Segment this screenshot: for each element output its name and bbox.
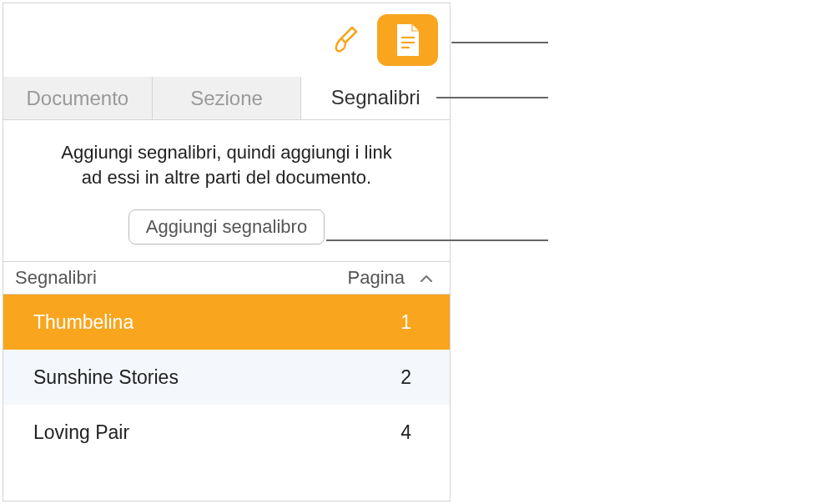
tab-content: Aggiungi segnalibri, quindi aggiungi i l…: [3, 120, 450, 244]
tab-label: Segnalibri: [331, 86, 421, 109]
toolbar: [3, 3, 450, 77]
document-icon: [394, 23, 422, 58]
help-text: Aggiungi segnalibri, quindi aggiungi i l…: [18, 140, 435, 189]
bookmark-page: 2: [400, 366, 420, 389]
format-button[interactable]: [329, 23, 364, 58]
document-settings-button[interactable]: [377, 14, 438, 66]
add-bookmark-button[interactable]: Aggiungi segnalibro: [128, 209, 325, 244]
bookmark-page: 1: [400, 311, 420, 334]
bookmark-name: Thumbelina: [33, 311, 400, 334]
callout-line: [326, 239, 548, 241]
chevron-up-icon[interactable]: [420, 270, 433, 287]
callout-line: [451, 42, 548, 43]
table-row[interactable]: Loving Pair 4: [3, 405, 450, 460]
tab-label: Sezione: [190, 87, 263, 110]
brush-icon: [330, 24, 362, 56]
table-row[interactable]: Sunshine Stories 2: [3, 350, 450, 405]
tabs: Documento Sezione Segnalibri: [3, 77, 450, 120]
column-header-name[interactable]: Segnalibri: [15, 267, 347, 289]
tab-label: Documento: [26, 87, 128, 110]
bookmarks-table-header[interactable]: Segnalibri Pagina: [3, 261, 450, 295]
column-header-page[interactable]: Pagina: [347, 267, 405, 289]
bookmark-name: Sunshine Stories: [33, 366, 400, 389]
sidebar-panel: Documento Sezione Segnalibri Aggiungi se…: [3, 3, 451, 501]
tab-segnalibri[interactable]: Segnalibri: [301, 77, 450, 119]
table-row[interactable]: Thumbelina 1: [3, 295, 450, 350]
callout-line: [436, 97, 548, 98]
bookmark-page: 4: [400, 421, 420, 444]
bookmark-name: Loving Pair: [33, 421, 400, 444]
tab-documento[interactable]: Documento: [3, 77, 153, 119]
tab-sezione[interactable]: Sezione: [153, 77, 302, 119]
